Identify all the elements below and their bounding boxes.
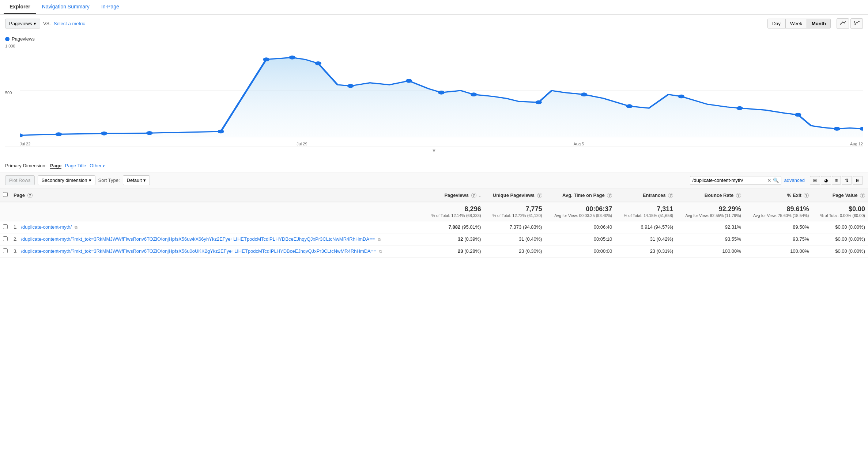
row1-pageviews-value: 7,882 (449, 224, 461, 230)
svg-point-22 (626, 104, 633, 108)
row3-bounce-rate-cell: 100.00% (676, 245, 744, 258)
total-avg-time-value: 00:06:37 (548, 205, 612, 213)
row1-checkbox[interactable] (3, 224, 8, 229)
advanced-link[interactable]: advanced (784, 178, 805, 183)
svg-point-10 (101, 131, 107, 136)
x-label-aug12: Aug 12 (850, 142, 863, 146)
svg-point-21 (581, 92, 587, 96)
total-unique-pv-value: 7,775 (487, 205, 542, 213)
row1-entrances-value: 6,914 (641, 224, 653, 230)
pie-view-button[interactable]: ◕ (821, 176, 831, 185)
select-all-checkbox[interactable] (3, 192, 8, 197)
chevron-down-icon: ▾ (89, 178, 91, 183)
header-unique-pageviews: Unique Pageviews ? (484, 188, 545, 202)
metric-label: Pageviews (9, 21, 32, 26)
total-unique-pv-pct: % of Total: 12.72% (61,120) (493, 213, 542, 218)
primary-dim-page[interactable]: Page (50, 163, 61, 169)
row2-checkbox[interactable] (3, 236, 8, 241)
totals-unique-pv-cell: 7,775 % of Total: 12.72% (61,120) (484, 202, 545, 221)
svg-point-12 (218, 130, 224, 134)
row2-pct-exit-cell: 93.75% (744, 233, 812, 245)
row1-copy-icon[interactable]: ⧉ (75, 225, 78, 230)
table-header-row: Page ? Pageviews ? ↓ Unique Pageviews ? … (0, 188, 868, 202)
row2-copy-icon[interactable]: ⧉ (378, 237, 381, 242)
x-label-jul22: Jul 22 (20, 142, 30, 146)
primary-dimension-label: Primary Dimension: (5, 163, 46, 168)
search-clear-icon[interactable]: ✕ (767, 178, 771, 183)
svg-point-18 (438, 91, 445, 95)
page-value-help-icon[interactable]: ? (860, 193, 865, 198)
tabs-row: Explorer Navigation Summary In-Page (0, 0, 868, 15)
row3-page-link[interactable]: /duplicate-content-myth/?mkt_tok=3RkMMJW… (21, 248, 376, 254)
pivot-view-button[interactable]: ⊟ (853, 176, 863, 185)
header-bounce-rate: Bounce Rate ? (676, 188, 744, 202)
search-input[interactable] (692, 178, 766, 183)
toolbar: Plot Rows Secondary dimension ▾ Sort Typ… (0, 172, 868, 188)
svg-point-16 (347, 84, 354, 88)
primary-dim-page-title[interactable]: Page Title (65, 163, 86, 168)
week-button[interactable]: Week (785, 19, 807, 28)
row2-pageviews-cell: 32 (0.39%) (423, 233, 484, 245)
metric-selector-button[interactable]: Pageviews ▾ (5, 19, 40, 28)
chevron-down-icon: ▾ (143, 178, 146, 183)
table-row: 2. /duplicate-content-myth/?mkt_tok=3RkM… (0, 233, 868, 245)
sort-default-button[interactable]: Default ▾ (123, 175, 150, 185)
plot-rows-button[interactable]: Plot Rows (5, 175, 35, 185)
page-help-icon[interactable]: ? (27, 193, 33, 198)
row1-entrances-pct: (94.57%) (654, 224, 673, 230)
tab-explorer[interactable]: Explorer (4, 0, 36, 14)
svg-point-19 (471, 92, 477, 96)
total-pct-exit-value: 89.61% (747, 205, 809, 213)
secondary-dimension-button[interactable]: Secondary dimension ▾ (38, 175, 95, 185)
primary-dim-other[interactable]: Other ▾ (90, 163, 107, 168)
entrances-help-icon[interactable]: ? (668, 193, 673, 198)
bounce-rate-help-icon[interactable]: ? (736, 193, 741, 198)
grid-view-button[interactable]: ⊞ (810, 176, 820, 185)
row1-page-cell: 1. /duplicate-content-myth/ ⧉ (11, 221, 423, 233)
svg-point-0 (854, 23, 856, 25)
avg-time-help-icon[interactable]: ? (607, 193, 612, 198)
row3-copy-icon[interactable]: ⧉ (379, 249, 382, 254)
row1-pageviews-pct: (95.01%) (462, 224, 481, 230)
chart-area: 1,000 500 (5, 44, 863, 146)
scroll-handle[interactable]: ▼ (5, 146, 863, 155)
header-page: Page ? (11, 188, 423, 202)
totals-bounce-rate-cell: 92.29% Avg for View: 82.55% (11.79%) (676, 202, 744, 221)
row3-checkbox[interactable] (3, 248, 8, 253)
svg-point-20 (535, 100, 542, 104)
total-page-value-note: % of Total: 0.00% ($0.00) (820, 213, 865, 218)
select-metric-link[interactable]: Select a metric (54, 21, 85, 26)
x-axis-labels: Jul 22 Jul 29 Aug 5 Aug 12 (20, 142, 863, 146)
month-button[interactable]: Month (807, 19, 831, 28)
row2-pageviews-pct: (0.39%) (464, 236, 481, 242)
row3-entrances-pct: (0.31%) (657, 248, 673, 254)
search-icon[interactable]: 🔍 (773, 178, 779, 183)
header-pct-exit: % Exit ? (744, 188, 812, 202)
svg-point-3 (854, 21, 855, 23)
tab-in-page[interactable]: In-Page (95, 0, 125, 14)
line-chart-button[interactable] (837, 18, 849, 29)
row2-pageviews-value: 32 (458, 236, 463, 242)
bar-view-button[interactable]: ≡ (832, 176, 841, 185)
header-checkbox-col (0, 188, 11, 202)
row1-page-link[interactable]: /duplicate-content-myth/ (21, 224, 72, 230)
chart-legend: Pageviews (5, 36, 863, 42)
row2-num: 2. (14, 236, 18, 242)
day-button[interactable]: Day (767, 19, 785, 28)
time-buttons: Day Week Month (767, 19, 831, 28)
header-entrances: Entrances ? (615, 188, 676, 202)
row2-page-link[interactable]: /duplicate-content-myth/?mkt_tok=3RkMMJW… (21, 236, 375, 242)
row3-page-cell: 3. /duplicate-content-myth/?mkt_tok=3RkM… (11, 245, 423, 258)
row3-page-value-cell: $0.00 (0.00%) (812, 245, 868, 258)
scatter-chart-button[interactable] (850, 18, 863, 29)
unique-pv-help-icon[interactable]: ? (537, 193, 542, 198)
pageviews-help-icon[interactable]: ? (471, 193, 476, 198)
tab-navigation-summary[interactable]: Navigation Summary (36, 0, 95, 14)
pct-exit-help-icon[interactable]: ? (804, 193, 809, 198)
row2-page-value-value: $0.00 (835, 236, 847, 242)
x-label-jul29: Jul 29 (297, 142, 307, 146)
compare-view-button[interactable]: ⇅ (842, 176, 852, 185)
row3-entrances-cell: 23 (0.31%) (615, 245, 676, 258)
row3-avg-time-cell: 00:00:00 (545, 245, 615, 258)
sort-arrow-icon: ↓ (479, 192, 481, 198)
